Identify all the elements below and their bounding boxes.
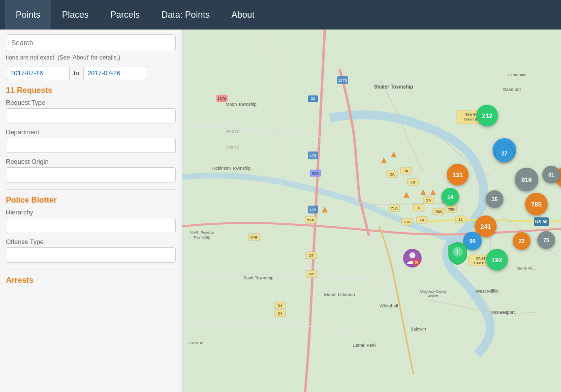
offense-type-label: Offense Type	[6, 238, 176, 245]
svg-text:3B: 3B	[410, 180, 415, 184]
svg-text:54: 54	[278, 311, 282, 316]
svg-text:1279: 1279	[338, 78, 347, 83]
svg-text:US 30: US 30	[535, 219, 547, 224]
cluster-marker[interactable]: 192	[486, 249, 508, 271]
date-to-input[interactable]	[83, 66, 147, 80]
cluster-marker[interactable]: 23	[513, 232, 530, 250]
main-layout: tions are not exact. (See 'About' for de…	[0, 30, 561, 392]
request-type-label: Request Type	[6, 99, 176, 106]
svg-text:566-56: 566-56	[226, 145, 239, 150]
svg-text:3A: 3A	[404, 169, 408, 173]
cluster-marker[interactable]: 131	[447, 164, 468, 185]
department-label: Department	[6, 128, 176, 136]
request-origin-label: Request Origin	[6, 158, 176, 165]
nav-item-parcels[interactable]: Parcels	[99, 0, 151, 30]
hierarchy-select[interactable]	[6, 218, 176, 233]
svg-text:Oakmont: Oakmont	[503, 87, 521, 92]
svg-text:PA 837: PA 837	[476, 257, 487, 260]
svg-text:5A: 5A	[426, 198, 431, 203]
svg-text:59A: 59A	[307, 218, 314, 222]
nav-item-data--points[interactable]: Data: Points	[151, 0, 220, 30]
request-origin-select[interactable]	[6, 167, 176, 182]
divider-2	[6, 270, 176, 270]
svg-text:52: 52	[311, 97, 315, 100]
cluster-marker[interactable]: 27	[496, 145, 513, 162]
shield-pin[interactable]: !	[447, 241, 468, 266]
svg-text:West Mifflin: West Mifflin	[476, 289, 499, 294]
cluster-marker[interactable]: 75	[537, 231, 555, 249]
svg-text:Robinson Township: Robinson Township	[212, 166, 250, 171]
offense-type-select[interactable]	[6, 247, 176, 263]
arrests-title: Arrests	[6, 276, 176, 285]
svg-text:4: 4	[418, 206, 420, 210]
svg-point-87	[409, 252, 415, 258]
cluster-marker[interactable]: 916	[515, 168, 538, 191]
sidebar: tions are not exact. (See 'About' for de…	[0, 30, 182, 392]
svg-text:⚙: ⚙	[414, 260, 418, 265]
svg-text:North Ve...: North Ve...	[517, 266, 536, 271]
date-to-label: to	[74, 69, 79, 77]
svg-text:54: 54	[278, 303, 282, 308]
svg-text:Scott Township: Scott Township	[244, 275, 273, 280]
requests-title: 11 Requests	[6, 86, 176, 95]
svg-text:Mount Lebanon: Mount Lebanon	[324, 292, 355, 297]
shield-icon: !	[447, 241, 468, 266]
svg-text:Allegheny County: Allegheny County	[420, 290, 447, 294]
svg-text:55: 55	[310, 272, 314, 276]
svg-text:2A: 2A	[390, 172, 395, 177]
request-type-select[interactable]	[6, 108, 176, 123]
svg-text:179: 179	[310, 208, 316, 212]
svg-text:78B: 78B	[435, 210, 442, 214]
search-input[interactable]	[6, 34, 176, 51]
svg-text:PA 576: PA 576	[226, 129, 239, 134]
hierarchy-label: Hierarchy	[6, 209, 176, 216]
hint-text: tions are not exact. (See 'About' for de…	[6, 54, 176, 61]
date-range-row: to	[6, 66, 176, 80]
svg-text:Township: Township	[193, 235, 210, 240]
svg-text:79B: 79B	[448, 207, 455, 211]
svg-text:73B: 73B	[404, 220, 410, 224]
nav-item-places[interactable]: Places	[51, 0, 99, 30]
navbar: PointsPlacesParcelsData: PointsAbout	[0, 0, 561, 30]
svg-text:Bethel Park: Bethel Park	[353, 343, 376, 348]
date-from-input[interactable]	[6, 66, 70, 80]
svg-text:64B: 64B	[250, 235, 257, 240]
svg-text:McKeesport: McKeesport	[491, 310, 515, 315]
svg-text:Baldwin: Baldwin	[410, 327, 426, 332]
svg-text:Penn Hills: Penn Hills	[508, 73, 526, 77]
svg-text:North Fayette: North Fayette	[190, 230, 214, 235]
divider-1	[6, 189, 176, 190]
person-icon: ⚙	[403, 248, 422, 271]
svg-text:179: 179	[310, 153, 316, 158]
svg-text:1376: 1376	[218, 96, 226, 101]
police-blotter-title: Police Blotter	[6, 196, 176, 205]
map-background: 179 179 1279 US 30 PA 837 Blue Be... Blu…	[182, 30, 561, 392]
svg-text:Cecil To...: Cecil To...	[189, 341, 207, 345]
svg-text:71A: 71A	[391, 206, 398, 211]
nav-item-points[interactable]: Points	[5, 0, 51, 30]
svg-text:Shaler Township: Shaler Township	[374, 84, 413, 90]
cluster-marker[interactable]: 785	[525, 193, 548, 215]
cluster-marker[interactable]: 31	[542, 166, 560, 183]
cluster-marker[interactable]: 212	[476, 105, 498, 126]
svg-text:Moon Township: Moon Township	[226, 102, 256, 107]
svg-text:!: !	[457, 248, 459, 256]
svg-text:Airport: Airport	[428, 294, 438, 298]
cluster-marker[interactable]: 14	[441, 188, 459, 206]
svg-text:57: 57	[310, 253, 314, 258]
department-select[interactable]	[6, 138, 176, 153]
cluster-marker[interactable]: 35	[486, 190, 503, 208]
person-pin[interactable]: ⚙	[403, 248, 422, 271]
map-roads-svg: 179 179 1279 US 30 PA 837 Blue Be... Blu…	[182, 30, 561, 392]
svg-text:60A: 60A	[312, 171, 319, 176]
svg-text:Whitehall: Whitehall	[379, 303, 398, 308]
nav-item-about[interactable]: About	[220, 0, 265, 30]
svg-text:81: 81	[459, 217, 463, 222]
svg-text:74: 74	[420, 218, 424, 222]
map-container[interactable]: 179 179 1279 US 30 PA 837 Blue Be... Blu…	[182, 30, 561, 392]
